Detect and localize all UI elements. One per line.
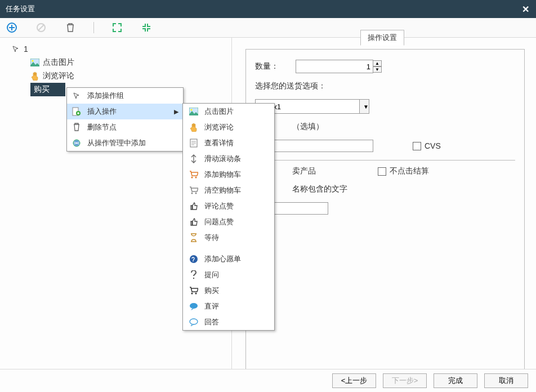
submenu-item-image[interactable]: 点击图片 <box>183 104 274 119</box>
submenu-label: 等待 <box>204 233 219 243</box>
trash-icon[interactable] <box>64 21 77 34</box>
answer-icon <box>189 317 199 327</box>
submenu-label: 点击图片 <box>204 106 234 117</box>
trash-icon <box>72 122 82 132</box>
svg-point-12 <box>191 193 193 194</box>
buy-icon <box>189 286 199 296</box>
submenu-item-cart-clear[interactable]: 清空购物车 <box>183 182 274 198</box>
submenu-item-comment[interactable]: 直评 <box>183 299 274 314</box>
qty-label: 数量： <box>255 61 290 72</box>
submenu-item-wish[interactable]: 添加心愿单 <box>183 251 274 267</box>
close-icon[interactable]: ✕ <box>520 4 530 14</box>
qty-down-icon[interactable]: ▼ <box>373 66 382 73</box>
image-icon <box>30 58 39 67</box>
submenu-item-doc[interactable]: 查看详情 <box>183 135 274 151</box>
submenu-label: 直评 <box>204 301 219 311</box>
thumb-icon <box>189 201 199 211</box>
tree-item-label: 购买 <box>34 84 50 95</box>
tree-item-label: 点击图片 <box>43 57 74 68</box>
cvs-checkbox[interactable]: CVS <box>413 141 441 150</box>
menu-insert-op[interactable]: 插入操作 ▶ <box>67 104 183 119</box>
submenu-item-thumb[interactable]: 评论点赞 <box>183 198 274 214</box>
checkbox-icon <box>413 142 421 150</box>
wizard-footer: <上一步 下一步> 完成 取消 <box>0 369 536 392</box>
nocheckout-label: 不点击结算 <box>390 166 429 176</box>
thumb-icon <box>189 217 199 227</box>
question-icon <box>189 270 199 280</box>
toolbar <box>0 18 536 38</box>
settings-panel: 操作设置 数量： ▲ ▼ 选择您的送货选项： ▼ <box>232 38 536 370</box>
tree-root-label: 1 <box>24 44 28 54</box>
tree-item-click-image[interactable]: 点击图片 <box>6 56 231 69</box>
toolbar-separator <box>93 22 94 33</box>
finish-button[interactable]: 完成 <box>434 373 477 388</box>
svg-point-10 <box>191 177 193 179</box>
op-settings-box: 数量： ▲ ▼ 选择您的送货选项： ▼ （选填） <box>245 49 525 385</box>
submenu-label: 提问 <box>204 270 219 280</box>
submenu-item-question[interactable]: 提问 <box>183 267 274 283</box>
checkbox-icon <box>378 167 386 176</box>
svg-point-3 <box>32 60 34 62</box>
optional-label: （选填） <box>292 122 324 132</box>
svg-point-13 <box>195 193 197 194</box>
tree-item-buy-selected[interactable]: 购买 <box>30 83 65 96</box>
hand-icon <box>30 72 39 81</box>
forbid-icon[interactable] <box>35 21 47 34</box>
submenu-item-thumb[interactable]: 问题点赞 <box>183 214 274 230</box>
collapse-icon[interactable] <box>140 21 153 34</box>
chevron-down-icon[interactable]: ▼ <box>359 99 369 114</box>
svg-point-8 <box>191 109 193 111</box>
cursor-icon <box>11 44 20 54</box>
globe-icon <box>72 138 82 148</box>
menu-label: 从操作管理中添加 <box>87 138 146 148</box>
qty-stepper[interactable]: ▲ ▼ <box>296 60 382 73</box>
submenu-label: 回答 <box>204 317 219 327</box>
context-menu: 添加操作组 插入操作 ▶ 删除节点 从操作管理中添加 <box>66 87 184 152</box>
submenu-label: 滑动滚动条 <box>204 154 241 164</box>
next-button: 下一步> <box>383 373 427 388</box>
submenu-item-hand[interactable]: 浏览评论 <box>183 119 274 135</box>
menu-label: 添加操作组 <box>87 91 124 101</box>
menu-delete-node[interactable]: 删除节点 <box>67 119 183 135</box>
submenu-arrow-icon: ▶ <box>174 108 178 115</box>
prev-button[interactable]: <上一步 <box>332 373 376 388</box>
nocheckout-checkbox[interactable]: 不点击结算 <box>378 166 429 176</box>
expand-icon[interactable] <box>111 21 123 34</box>
tree-root[interactable]: 1 <box>6 42 231 56</box>
cart-add-icon <box>189 170 199 180</box>
cancel-button[interactable]: 取消 <box>484 373 528 388</box>
submenu-label: 添加购物车 <box>204 170 241 180</box>
menu-add-from-manager[interactable]: 从操作管理中添加 <box>67 135 183 151</box>
submenu-item-answer[interactable]: 回答 <box>183 314 274 330</box>
submenu-item-buy[interactable]: 购买 <box>183 283 274 299</box>
svg-point-19 <box>190 303 198 309</box>
add-icon[interactable] <box>6 21 18 34</box>
insert-icon <box>72 106 82 117</box>
submenu-item-cart-add[interactable]: 添加购物车 <box>183 167 274 182</box>
svg-point-18 <box>195 293 197 295</box>
cursor-icon <box>72 91 82 101</box>
scroll-icon <box>189 154 199 164</box>
submenu-label: 问题点赞 <box>204 217 234 227</box>
submenu-label: 添加心愿单 <box>204 254 241 264</box>
cvs-label: CVS <box>425 141 441 150</box>
menu-label: 删除节点 <box>87 122 117 132</box>
submenu-item-scroll[interactable]: 滑动滚动条 <box>183 151 274 167</box>
svg-point-17 <box>191 293 193 295</box>
tree-item-browse-reviews[interactable]: 浏览评论 <box>6 69 231 83</box>
menu-label: 插入操作 <box>87 106 117 117</box>
qty-input[interactable] <box>296 60 373 73</box>
svg-point-16 <box>193 278 194 279</box>
image-icon <box>189 106 199 117</box>
submenu-item-hourglass[interactable]: 等待 <box>183 230 274 246</box>
op-settings-tab[interactable]: 操作设置 <box>360 30 404 46</box>
qty-up-icon[interactable]: ▲ <box>373 60 382 66</box>
doc-icon <box>189 138 199 148</box>
submenu-label: 查看详情 <box>204 138 234 148</box>
submenu-label: 评论点赞 <box>204 201 234 211</box>
submenu-label: 购买 <box>204 286 219 296</box>
name-contains-label: 名称包含的文字 <box>292 184 347 194</box>
tree-item-label: 浏览评论 <box>43 71 74 81</box>
window-title: 任务设置 <box>6 4 35 14</box>
menu-add-group[interactable]: 添加操作组 <box>67 88 183 104</box>
